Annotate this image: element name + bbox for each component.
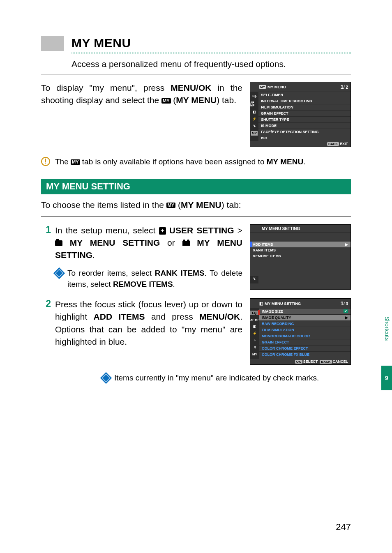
my-menu-label: MY MENU [267, 157, 303, 166]
menu-item: GRAIN EFFECT [258, 110, 350, 116]
add-items-label: ADD ITEMS [94, 312, 145, 321]
menu-ok-label: MENU/OK [171, 83, 211, 92]
camera-menu-screenshot-2: MY MENU SETTING ADD ITEMS▶ RANK ITEMS RE… [250, 224, 351, 290]
text: ( [175, 200, 181, 210]
menu-item: SELF-TIMER [258, 92, 350, 98]
page-number: 247 [336, 522, 351, 532]
exit-label: EXIT [340, 142, 348, 146]
menu-tabbar: I.Q. AF MF ◧ ⚡ ⁘ ↯ MY [250, 308, 259, 359]
tab-movie-icon: ⁘ [254, 339, 256, 342]
wrench-icon: ✦ [159, 227, 166, 235]
text: . [92, 250, 95, 260]
menu-item: GRAIN EFFECT [259, 339, 350, 345]
menu-item: FACE/EYE DETECTION SETTING [258, 129, 350, 135]
menu-list: IMAGE SIZE✔ IMAGE QUALITY▶ RAW RECORDING… [259, 308, 350, 359]
menu-item: SHUTTER TYPE [258, 116, 350, 122]
text: ( [171, 95, 176, 105]
camera-menu-screenshot-3: ◧ MY MENU SETTING 1/ 3 I.Q. AF MF ◧ ⚡ ⁘ … [250, 298, 351, 365]
text: or [160, 238, 182, 247]
tab-flash-icon: ⚡ [253, 332, 257, 335]
menu-item-empty [250, 259, 350, 265]
tab-cam-icon: ◧ [253, 110, 256, 114]
menu-item: COLOR CHROME FX BLUE [259, 351, 350, 357]
text: To display "my menu", press [41, 83, 171, 92]
menu-title: MY MENU SETTING [265, 301, 301, 306]
text: . [173, 280, 175, 288]
ok-button: OK [295, 360, 302, 364]
text: To reorder items, select [67, 269, 155, 277]
red-indicator [258, 310, 260, 315]
side-label: Shortcuts [384, 316, 390, 341]
my-icon: MY [166, 203, 176, 208]
my-menu-label: MY MENU [176, 95, 217, 105]
menu-item: IS MODE [258, 122, 350, 129]
text: In the setup menu, select [55, 226, 159, 235]
menu-item-empty [250, 265, 350, 270]
text: The [55, 157, 71, 166]
menu-item: FILM SIMULATION [258, 104, 350, 110]
tab-my: MY [251, 131, 258, 136]
menu-page-total: / 2 [344, 85, 348, 90]
step-1: 1 In the setup menu, select ✦ USER SETTI… [41, 224, 242, 262]
my-icon: MY [161, 98, 171, 104]
menu-item-empty [250, 270, 350, 276]
tab-af: AF MF [250, 101, 258, 107]
page-title: MY MENU [71, 36, 351, 50]
menu-item: REMOVE ITEMS [250, 253, 350, 259]
user-setting-label: USER SETTING [169, 226, 234, 235]
back-button: BACK [327, 142, 339, 146]
menu-item-label: IMAGE QUALITY [262, 316, 291, 320]
page-subtitle: Access a personalized menu of frequently… [71, 59, 351, 69]
tip-1: To reorder items, select RANK ITEMS. To … [55, 267, 242, 290]
cancel-label: CANCEL [333, 359, 348, 364]
back-button: BACK [320, 360, 332, 364]
menu-item: RAW RECORDING [259, 320, 350, 327]
intro-text: To display "my menu", press MENU/OK in t… [41, 82, 242, 107]
my-menu-setting-label: MY MENU SETTING [62, 238, 160, 247]
menu-item: INTERVAL TIMER SHOOTING [258, 98, 350, 104]
section-header: MY MENU SETTING [41, 179, 351, 194]
menu-page: 1 [341, 300, 344, 306]
tab-wrench-icon: ↯ [253, 124, 256, 128]
my-badge: MY [259, 85, 266, 89]
menu-title: MY MENU SETTING [250, 225, 350, 233]
menu-item: MONOCHROMATIC COLOR [259, 333, 350, 339]
intro-block: To display "my menu", press MENU/OK in t… [41, 82, 351, 147]
camera-icon [55, 240, 62, 246]
page: MY MENU Access a personalized menu of fr… [0, 0, 392, 553]
tip-icon [100, 372, 112, 384]
text: > [234, 226, 242, 235]
menu-list: ADD ITEMS▶ RANK ITEMS REMOVE ITEMS [250, 242, 350, 276]
select-label: SELECT [303, 359, 318, 364]
menu-item: COLOR CHROME EFFECT [259, 345, 350, 351]
rank-items-label: RANK ITEMS [155, 269, 205, 277]
title-accent-box [41, 36, 64, 51]
title-underline [71, 53, 351, 53]
tab-flash-icon: ⚡ [252, 117, 256, 121]
side-tab: Shortcuts 9 [381, 0, 392, 553]
step-number: 1 [41, 224, 51, 262]
tip-text: Items currently in "my menu" are indicat… [114, 372, 319, 384]
menu-tabbar: I.Q. AF MF ◧ ⚡ ↯ MY [250, 92, 258, 141]
tab-wrench-icon: ↯ [253, 277, 256, 281]
camera-icon: ◧ [259, 301, 263, 306]
my-menu-label: MY MENU [181, 200, 221, 210]
tab-af: AF MF [250, 318, 259, 321]
menu-item-added: IMAGE SIZE✔ [259, 308, 350, 314]
tip-icon [53, 267, 65, 279]
title-row: MY MENU [41, 36, 351, 57]
divider [41, 217, 351, 217]
menu-item-label: ADD ITEMS [253, 242, 273, 247]
text: and press [145, 312, 199, 321]
menu-tabbar: ↯ [250, 276, 258, 283]
remove-items-label: REMOVE ITEMS [113, 280, 173, 288]
menu-item-label: IMAGE SIZE [262, 309, 283, 313]
warning-note: ! The MY tab is only available if option… [41, 156, 351, 168]
step-number: 2 [41, 298, 51, 348]
divider [41, 74, 351, 74]
my-icon: MY [71, 159, 80, 165]
text: ) tab: [221, 200, 241, 210]
text: tab is only available if options have be… [80, 157, 267, 166]
menu-item: RANK ITEMS [250, 247, 350, 253]
menu-page: 1 [341, 84, 344, 90]
